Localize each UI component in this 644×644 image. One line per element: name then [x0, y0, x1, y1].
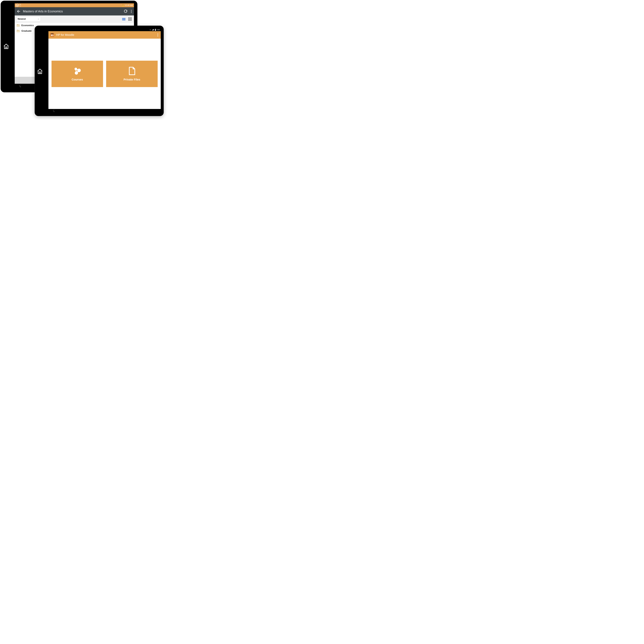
front-screen: 4G 5:00 HP for Moodle Courses	[48, 28, 161, 113]
overflow-menu-icon[interactable]	[130, 10, 133, 13]
home-icon	[37, 68, 43, 74]
status-bar: 4G 5:00	[48, 28, 161, 31]
list-item-label: Economics	[21, 24, 34, 27]
sort-dropdown[interactable]: Newest	[16, 16, 41, 22]
home-tiles: Courses Private Files	[48, 39, 161, 109]
private-files-tile[interactable]: Private Files	[106, 61, 158, 87]
folder-icon	[16, 24, 20, 27]
svg-rect-2	[17, 31, 20, 32]
clock-text: 5:00	[157, 29, 160, 31]
home-button[interactable]	[3, 43, 9, 49]
android-nav-bar	[48, 109, 161, 113]
page-title: Masters of Arts in Economics	[23, 10, 121, 13]
chevron-down-icon	[37, 18, 39, 20]
clock-text: 12:45 AM	[125, 4, 133, 6]
network-label: 4G	[150, 29, 151, 30]
app-bar: HP for Moodle	[48, 31, 161, 39]
overflow-menu-icon[interactable]	[157, 33, 159, 36]
hp-logo-icon: hp	[16, 4, 19, 7]
status-bar: hp 12:45 AM	[15, 3, 134, 7]
list-toolbar: Newest	[15, 15, 134, 23]
share-icon	[73, 66, 82, 76]
sort-dropdown-label: Newest	[18, 18, 26, 20]
tablet-front: 4G 5:00 HP for Moodle Courses	[35, 26, 164, 116]
folder-icon	[16, 29, 20, 32]
battery-icon	[155, 29, 156, 31]
warning-icon	[122, 4, 124, 6]
nav-back-icon[interactable]	[53, 109, 55, 112]
moodle-logo-icon	[50, 33, 54, 37]
home-button[interactable]	[37, 68, 43, 74]
nav-back-icon[interactable]	[19, 84, 22, 88]
home-icon	[3, 43, 9, 49]
list-view-button[interactable]	[122, 18, 125, 20]
back-arrow-icon[interactable]	[17, 9, 21, 13]
grid-view-button[interactable]	[128, 17, 132, 21]
battery-icon	[20, 4, 21, 6]
refresh-icon[interactable]	[124, 9, 128, 13]
signal-icon	[152, 29, 154, 30]
file-icon	[127, 66, 137, 76]
tile-label: Courses	[72, 78, 83, 81]
svg-rect-1	[17, 25, 20, 27]
courses-tile[interactable]: Courses	[52, 61, 103, 87]
list-item-label: Graduate	[21, 30, 32, 32]
title-bar: Masters of Arts in Economics	[15, 7, 134, 15]
app-title: HP for Moodle	[56, 33, 155, 37]
tile-label: Private Files	[124, 78, 140, 81]
